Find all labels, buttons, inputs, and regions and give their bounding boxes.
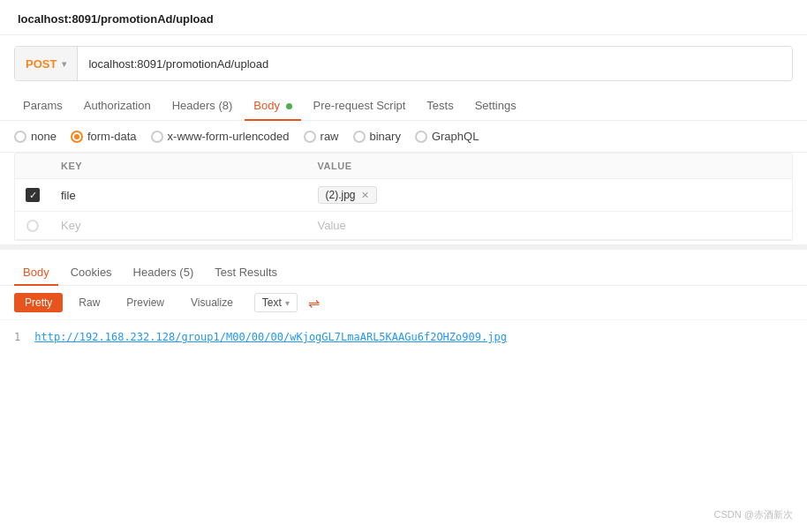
url-input[interactable] xyxy=(78,47,792,80)
radio-graphql[interactable]: GraphQL xyxy=(415,130,479,143)
row2-key-cell[interactable]: Key xyxy=(50,212,307,240)
row1-value-text: (2).jpg xyxy=(326,189,356,201)
col-value-header: VALUE xyxy=(307,154,792,179)
radio-circle-none xyxy=(14,131,26,143)
response-url-link[interactable]: http://192.168.232.128/group1/M00/00/00/… xyxy=(34,331,507,343)
tab-headers[interactable]: Headers (8) xyxy=(163,92,242,121)
row1-checkbox-cell[interactable]: ✓ xyxy=(15,179,50,212)
row2-value-placeholder: Value xyxy=(318,219,346,232)
tab-tests[interactable]: Tests xyxy=(418,92,462,121)
row2-checkbox-cell xyxy=(15,212,50,240)
tab-body[interactable]: Body xyxy=(245,92,300,121)
row1-value-cell: (2).jpg ✕ xyxy=(307,179,792,212)
chevron-down-icon: ▾ xyxy=(62,59,66,69)
response-body: 1 http://192.168.232.128/group1/M00/00/0… xyxy=(0,320,807,354)
response-tab-test-results[interactable]: Test Results xyxy=(206,260,286,286)
radio-circle-form-data xyxy=(71,131,83,143)
col-key-header: KEY xyxy=(50,154,307,179)
row1-value-tag: (2).jpg ✕ xyxy=(318,186,377,204)
tab-pre-request-script[interactable]: Pre-request Script xyxy=(305,92,415,121)
radio-form-data[interactable]: form-data xyxy=(71,130,137,143)
response-tab-cookies[interactable]: Cookies xyxy=(62,260,121,286)
line-number-1: 1 xyxy=(14,331,20,343)
table-row-empty: Key Value xyxy=(15,212,792,240)
radio-binary[interactable]: binary xyxy=(353,130,401,143)
format-raw-button[interactable]: Raw xyxy=(68,293,110,312)
body-active-dot xyxy=(286,103,292,109)
method-select[interactable]: POST ▾ xyxy=(15,47,78,80)
row2-checkbox xyxy=(26,220,39,232)
row2-key-placeholder: Key xyxy=(61,219,80,232)
radio-circle-binary xyxy=(353,131,366,143)
radio-circle-raw xyxy=(304,131,316,143)
response-tab-body[interactable]: Body xyxy=(14,260,58,286)
response-tab-headers[interactable]: Headers (5) xyxy=(124,260,203,286)
format-preview-button[interactable]: Preview xyxy=(116,293,175,312)
row1-key-cell: file xyxy=(50,179,307,212)
wrap-icon[interactable]: ⇌ xyxy=(308,295,320,311)
row1-key: file xyxy=(61,189,76,202)
row2-value-cell[interactable]: Value xyxy=(307,212,792,240)
title-bar: localhost:8091/promotionAd/upload xyxy=(0,0,807,35)
key-value-table: KEY VALUE ✓ file (2).jpg ✕ xyxy=(15,154,792,240)
radio-circle-graphql xyxy=(415,131,427,143)
remove-file-icon[interactable]: ✕ xyxy=(361,190,369,201)
radio-circle-urlencoded xyxy=(151,131,163,143)
method-label: POST xyxy=(26,57,57,71)
format-bar: Pretty Raw Preview Visualize Text ▾ ⇌ xyxy=(0,286,807,320)
response-tabs: Body Cookies Headers (5) Test Results xyxy=(0,253,807,286)
page-title: localhost:8091/promotionAd/upload xyxy=(18,12,214,26)
request-tabs: Params Authorization Headers (8) Body Pr… xyxy=(0,92,807,121)
format-type-value: Text xyxy=(262,296,282,309)
format-pretty-button[interactable]: Pretty xyxy=(14,293,63,312)
tab-params[interactable]: Params xyxy=(14,92,72,121)
url-bar: POST ▾ xyxy=(14,46,793,81)
body-type-row: none form-data x-www-form-urlencoded raw… xyxy=(0,121,807,153)
format-visualize-button[interactable]: Visualize xyxy=(180,293,244,312)
checkbox-checked-icon[interactable]: ✓ xyxy=(26,188,40,202)
table-row: ✓ file (2).jpg ✕ xyxy=(15,179,792,212)
response-line-1: 1 http://192.168.232.128/group1/M00/00/0… xyxy=(14,331,793,343)
tab-settings[interactable]: Settings xyxy=(466,92,525,121)
col-checkbox xyxy=(15,154,50,179)
tab-authorization[interactable]: Authorization xyxy=(75,92,160,121)
format-type-select[interactable]: Text ▾ xyxy=(254,293,298,312)
key-value-table-container: KEY VALUE ✓ file (2).jpg ✕ xyxy=(14,153,793,241)
section-divider xyxy=(0,244,807,250)
chevron-down-icon: ▾ xyxy=(285,298,290,308)
radio-urlencoded[interactable]: x-www-form-urlencoded xyxy=(151,130,290,143)
radio-raw[interactable]: raw xyxy=(304,130,339,143)
radio-none[interactable]: none xyxy=(14,130,57,143)
